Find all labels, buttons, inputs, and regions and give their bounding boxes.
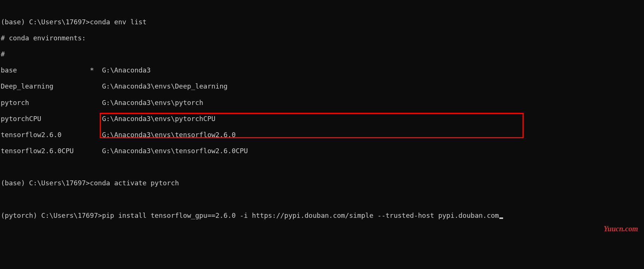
env-name: Deep_learning xyxy=(1,82,53,90)
env-path: G:\Anaconda3\envs\tensorflow2.6.0CPU xyxy=(102,147,248,155)
command: conda env list xyxy=(90,18,147,26)
blank-line xyxy=(1,163,644,171)
env-row-pytorch: pytorch G:\Anaconda3\envs\pytorch xyxy=(1,99,644,107)
env-row-tensorflowcpu: tensorflow2.6.0CPU G:\Anaconda3\envs\ten… xyxy=(1,147,644,155)
command: pip install tensorflow_gpu==2.6.0 -i htt… xyxy=(102,211,499,219)
env-path: G:\Anaconda3\envs\Deep_learning xyxy=(102,82,228,90)
env-name: tensorflow2.6.0 xyxy=(1,131,62,139)
prompt-line-2: (base) C:\Users\17697>conda activate pyt… xyxy=(1,179,644,187)
terminal-output[interactable]: (base) C:\Users\17697>conda env list # c… xyxy=(0,10,644,228)
env-name: tensorflow2.6.0CPU xyxy=(1,147,74,155)
env-active-marker: * xyxy=(90,66,94,74)
prompt: (base) C:\Users\17697> xyxy=(1,179,90,187)
output-env-header: # conda environments: xyxy=(1,34,644,42)
env-row-tensorflow: tensorflow2.6.0 G:\Anaconda3\envs\tensor… xyxy=(1,131,644,139)
prompt: (base) C:\Users\17697> xyxy=(1,18,90,26)
env-row-pytorchcpu: pytorchCPU G:\Anaconda3\envs\pytorchCPU xyxy=(1,115,644,123)
env-name: pytorchCPU xyxy=(1,115,41,123)
command: conda activate pytorch xyxy=(90,179,179,187)
env-path: G:\Anaconda3 xyxy=(102,66,151,74)
prompt-line-3: (pytorch) C:\Users\17697>pip install ten… xyxy=(1,211,644,220)
env-name: pytorch xyxy=(1,99,29,106)
env-path: G:\Anaconda3\envs\pytorch xyxy=(102,99,203,106)
watermark: Yuucn.com xyxy=(604,224,638,233)
env-row-base: base * G:\Anaconda3 xyxy=(1,66,644,74)
prompt-line-1: (base) C:\Users\17697>conda env list xyxy=(1,18,644,26)
cursor xyxy=(499,217,503,219)
env-row-deep-learning: Deep_learning G:\Anaconda3\envs\Deep_lea… xyxy=(1,82,644,90)
prompt: (pytorch) C:\Users\17697> xyxy=(1,211,102,219)
output-hash: # xyxy=(1,50,644,58)
env-name: base xyxy=(1,66,17,74)
env-path: G:\Anaconda3\envs\pytorchCPU xyxy=(102,115,215,123)
blank-line xyxy=(1,195,644,204)
env-path: G:\Anaconda3\envs\tensorflow2.6.0 xyxy=(102,131,236,139)
